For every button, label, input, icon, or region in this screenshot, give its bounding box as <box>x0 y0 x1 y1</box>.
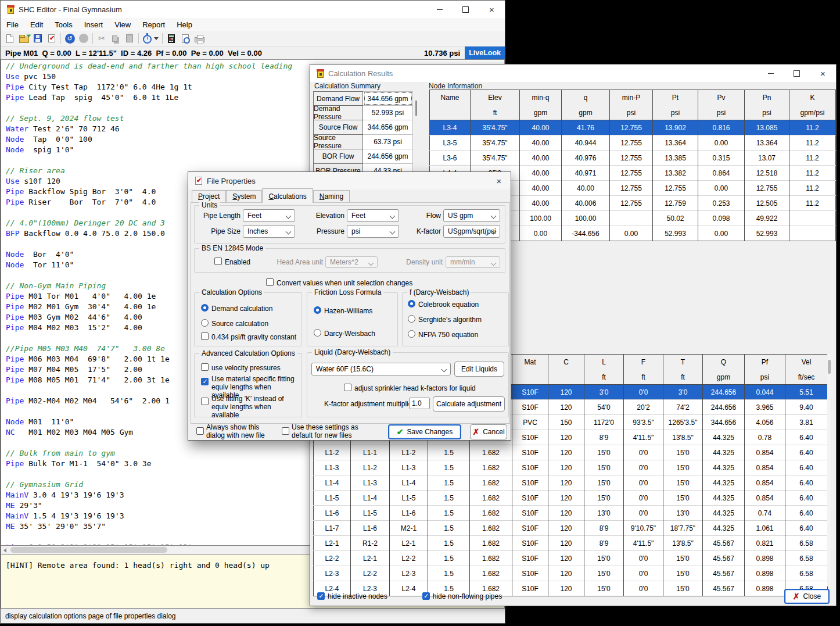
source-calculation-radio[interactable] <box>201 319 209 327</box>
gravity-constant-checkbox[interactable] <box>201 332 209 340</box>
summary-scrollbar-thumb[interactable] <box>415 101 417 116</box>
stop-button[interactable] <box>77 31 91 45</box>
use-defaults-checkbox[interactable] <box>282 427 289 435</box>
cell: 120 <box>548 521 584 536</box>
pipe-row[interactable]: L1-2L1-1L1-21.51.682S10F12015'00'015'044… <box>314 445 828 460</box>
pipe-table-scrollbar[interactable] <box>827 354 831 586</box>
menu-insert[interactable]: Insert <box>78 19 109 30</box>
save-file-button[interactable] <box>31 31 45 45</box>
scroll-left-arrow-icon[interactable] <box>3 548 6 553</box>
column-unit: ft <box>624 370 663 385</box>
close-button[interactable]: × <box>479 1 505 18</box>
new-file-button[interactable] <box>3 31 17 45</box>
node-row[interactable]: L3-535'4.75"40.0040.94412.75513.3640.001… <box>430 135 836 151</box>
menu-tools[interactable]: Tools <box>49 19 78 30</box>
cut-button[interactable]: ✂ <box>95 31 109 45</box>
menu-report[interactable]: Report <box>137 19 171 30</box>
calculate-button[interactable] <box>164 31 178 45</box>
scrollbar-thumb[interactable] <box>10 547 167 553</box>
summary-value[interactable]: 244.656 gpm <box>363 149 413 164</box>
cell: 40.006 <box>562 196 610 211</box>
summary-value[interactable]: 52.993 psi <box>363 106 413 120</box>
convert-values-checkbox[interactable] <box>266 278 274 286</box>
hazen-williams-radio[interactable] <box>314 306 321 314</box>
nfpa-radio[interactable] <box>408 330 415 338</box>
summary-row: Source Pressure63.73 psi <box>313 135 413 149</box>
file-properties-button[interactable] <box>45 31 59 45</box>
pipe-row[interactable]: L2-1R1-2L2-11.51.682S10F1208'94'11.5"13'… <box>314 536 828 551</box>
scrollbar-thumb[interactable] <box>828 360 831 374</box>
copy-button[interactable] <box>109 31 123 45</box>
cell: S10F <box>512 400 548 415</box>
summary-value[interactable]: 344.656 gpm <box>363 91 413 106</box>
cell: 40.976 <box>562 151 610 166</box>
tab-naming[interactable]: Naming <box>313 190 350 203</box>
maximize-button[interactable] <box>784 65 810 82</box>
bsen-enabled-checkbox[interactable] <box>214 257 222 265</box>
minimize-button[interactable] <box>758 65 784 82</box>
print-button[interactable] <box>192 31 206 45</box>
code-line: MainV 1.5 4 19'3 19'6 19'3 <box>6 511 292 521</box>
hide-nonflowing-pipes-checkbox[interactable] <box>422 592 430 600</box>
column-header: K <box>789 90 836 106</box>
density-select: mm/min <box>446 256 500 268</box>
fitting-k-checkbox[interactable] <box>201 398 209 405</box>
undo-button[interactable]: ↺ <box>63 31 77 45</box>
kfactor-select[interactable]: USgpm/sqrt(psi <box>443 225 500 238</box>
velocity-pressures-checkbox[interactable] <box>201 363 209 371</box>
hide-inactive-nodes-checkbox[interactable] <box>317 592 325 600</box>
node-row[interactable]: L3-635'4.75"40.0040.97612.75513.3850.315… <box>430 151 836 166</box>
pipe-row[interactable]: L1-5L1-4L1-51.51.682S10F12015'00'015'044… <box>314 491 828 506</box>
pipe-size-select[interactable]: Inches <box>243 225 295 238</box>
cell: 0.898 <box>745 566 785 581</box>
save-changes-button[interactable]: ✔ Save Changes <box>388 424 461 439</box>
close-button[interactable]: × <box>487 172 511 189</box>
menu-view[interactable]: View <box>109 19 137 30</box>
pressure-select[interactable]: psi <box>347 225 399 238</box>
close-results-button[interactable]: ✗ Close <box>784 589 830 604</box>
edit-liquids-button[interactable]: Edit Liquids <box>454 362 504 377</box>
flow-select[interactable]: US gpm <box>443 209 500 222</box>
open-file-button[interactable] <box>17 31 31 45</box>
liquid-select[interactable]: Water 60F (15.6C) <box>311 363 451 375</box>
pipe-row[interactable]: L2-2L2-1L2-21.51.682S10F12015'00'015'045… <box>314 551 828 566</box>
demand-calculation-radio[interactable] <box>201 304 209 312</box>
tab-system[interactable]: System <box>226 190 262 203</box>
dialog-titlebar: File Properties × <box>188 172 511 189</box>
maximize-button[interactable] <box>453 1 479 18</box>
cell: 15'0 <box>663 491 703 506</box>
livelook-badge[interactable]: LiveLook <box>465 46 505 59</box>
tab-calculations[interactable]: Calculations <box>262 188 313 203</box>
adjust-kfactors-checkbox[interactable] <box>344 384 351 391</box>
pipe-row[interactable]: L1-6L1-5L1-61.51.682S10F12013'00'013'044… <box>314 506 828 521</box>
elevation-select[interactable]: Feet <box>347 209 399 222</box>
summary-value[interactable]: 63.73 psi <box>363 135 413 149</box>
serghide-radio[interactable] <box>408 315 415 323</box>
material-fitting-checkbox[interactable] <box>201 378 209 385</box>
menu-file[interactable]: File <box>1 19 24 30</box>
pipe-row[interactable]: L1-7L1-6M2-11.51.682S10F1208'99'10.75"18… <box>314 521 828 536</box>
pipe-row[interactable]: L1-4L1-3L1-41.51.682S10F12015'00'015'044… <box>314 475 828 491</box>
always-show-checkbox[interactable] <box>196 427 204 435</box>
cell: 12.755 <box>610 151 653 166</box>
colebrook-radio[interactable] <box>408 300 415 307</box>
pipe-length-select[interactable]: Feet <box>243 209 295 222</box>
cell: S10F <box>512 566 548 581</box>
darcy-weisbach-radio[interactable] <box>314 329 321 337</box>
bsen-enabled-label: Enabled <box>225 258 250 266</box>
timer-button[interactable] <box>141 31 160 45</box>
cell: 120 <box>548 475 584 491</box>
multiplier-input[interactable] <box>409 398 430 409</box>
pipe-row[interactable]: L2-3L2-2L2-31.51.682S10F12015'00'015'045… <box>314 566 828 581</box>
minimize-button[interactable] <box>426 1 453 18</box>
calculate-adjustment-button[interactable]: Calculate adjustment <box>433 396 505 412</box>
pipe-row[interactable]: L1-3L1-2L1-31.51.682S10F12015'00'015'044… <box>314 460 828 475</box>
summary-value[interactable]: 344.656 gpm <box>363 120 413 135</box>
cancel-button[interactable]: ✗ Cancel <box>470 424 507 439</box>
close-button[interactable]: × <box>810 65 836 82</box>
node-row[interactable]: L3-435'4.75"40.0041.7612.75513.9020.8161… <box>430 120 836 135</box>
menu-help[interactable]: Help <box>171 19 198 30</box>
menu-edit[interactable]: Edit <box>24 19 49 30</box>
print-preview-button[interactable] <box>178 31 192 45</box>
paste-button[interactable] <box>123 31 137 45</box>
